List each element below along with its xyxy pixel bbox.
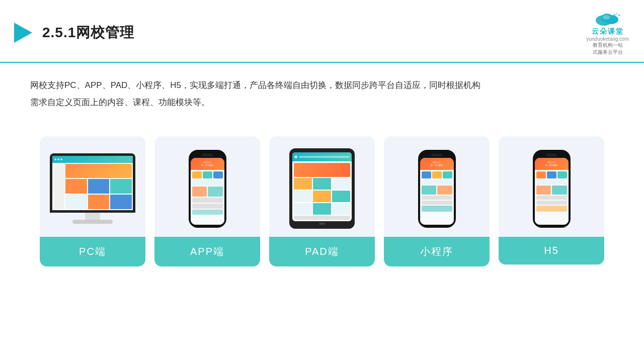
phone-miniapp: 职适人的第一堂兴趣课 [418, 150, 456, 228]
cards-container: PC端 职适人的第一堂兴趣课 [0, 121, 644, 277]
phone-app: 职适人的第一堂兴趣课 [189, 150, 226, 228]
card-miniapp-label: 小程序 [384, 237, 490, 266]
description: 网校支持PC、APP、PAD、小程序、H5，实现多端打通，产品各终端自由切换，数… [0, 63, 644, 116]
logo-name: 云朵课堂 [592, 27, 624, 36]
tablet-pad [289, 148, 355, 229]
logo-icon [593, 9, 623, 27]
pc-monitor [50, 153, 135, 224]
phone-h5: 职适人的第一堂兴趣课 [533, 150, 571, 228]
card-h5: 职适人的第一堂兴趣课 [499, 136, 604, 266]
svg-point-6 [618, 14, 620, 16]
card-app: 职适人的第一堂兴趣课 [154, 136, 260, 266]
card-h5-label: H5 [499, 237, 604, 264]
card-h5-image: 职适人的第一堂兴趣课 [499, 136, 604, 237]
card-app-label: APP端 [154, 237, 260, 266]
svg-point-4 [613, 14, 616, 17]
card-app-image: 职适人的第一堂兴趣课 [154, 136, 260, 237]
card-pad: PAD端 [269, 136, 375, 266]
svg-point-5 [616, 13, 617, 15]
card-pc-label: PC端 [40, 237, 145, 266]
header-left: 2.5.1网校管理 [10, 21, 134, 45]
description-line2: 需求自定义页面上的内容、课程、功能模块等。 [30, 94, 614, 111]
page-title: 2.5.1网校管理 [42, 23, 134, 42]
card-pad-image [269, 136, 375, 237]
card-pc: PC端 [40, 136, 145, 266]
svg-marker-0 [14, 23, 32, 43]
card-pc-image [40, 136, 145, 237]
logo-area: 云朵课堂 yunduoketang.com 教育机构一站 式服务云平台 [586, 9, 629, 56]
svg-point-7 [602, 15, 610, 20]
card-pad-label: PAD端 [269, 237, 375, 266]
description-line1: 网校支持PC、APP、PAD、小程序、H5，实现多端打通，产品各终端自由切换，数… [30, 77, 614, 94]
header: 2.5.1网校管理 云朵课堂 yunduoketang.com 教育机构一站 式… [0, 0, 644, 63]
logo-domain: yunduoketang.com [586, 36, 629, 42]
card-miniapp-image: 职适人的第一堂兴趣课 [384, 136, 490, 237]
card-miniapp: 职适人的第一堂兴趣课 [384, 136, 490, 266]
play-icon [10, 21, 34, 45]
logo-sub: 教育机构一站 式服务云平台 [593, 42, 623, 56]
